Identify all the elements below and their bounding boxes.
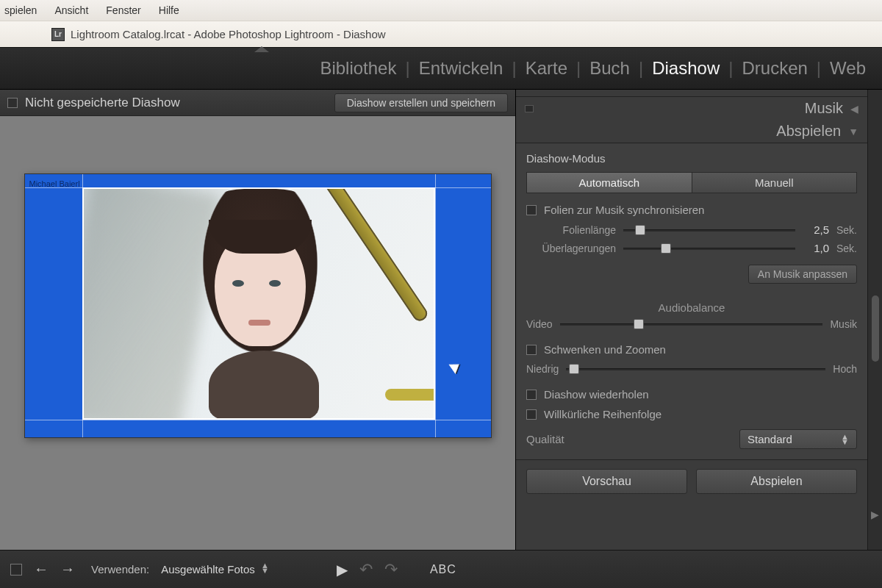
module-tab-slideshow[interactable]: Diashow bbox=[643, 58, 728, 79]
crossfade-unit: Sek. bbox=[836, 243, 857, 254]
module-tab-book[interactable]: Buch bbox=[581, 58, 639, 79]
text-overlay-button[interactable]: ABC bbox=[430, 563, 456, 576]
audiobalance-title: Audiobalance bbox=[526, 301, 857, 314]
create-save-button[interactable]: Diashow erstellen und speichern bbox=[334, 93, 508, 112]
repeat-checkbox[interactable] bbox=[526, 390, 537, 400]
app-icon: Lr bbox=[51, 28, 65, 41]
rotate-cw-icon[interactable]: ↷ bbox=[384, 560, 398, 579]
chevron-down-icon: ▼ bbox=[848, 126, 858, 137]
slide-preview[interactable]: Michael Baierl bbox=[24, 173, 492, 438]
use-collection-checkbox[interactable] bbox=[7, 98, 18, 108]
prev-slide-button[interactable]: ← bbox=[34, 561, 49, 578]
right-scrollbar[interactable]: ▶ bbox=[867, 90, 882, 550]
slide-photo bbox=[82, 187, 435, 420]
next-slide-button[interactable]: → bbox=[60, 561, 75, 578]
os-menu-item[interactable]: Ansicht bbox=[54, 4, 88, 16]
center-header: Nicht gespeicherte Diashow Diashow erste… bbox=[0, 90, 515, 116]
balance-right-label: Musik bbox=[830, 318, 857, 330]
panel-header-music[interactable]: Musik ◀ bbox=[516, 97, 867, 120]
slide-length-value[interactable]: 2,5 bbox=[803, 223, 829, 236]
repeat-label: Diashow wiederholen bbox=[544, 388, 649, 401]
quality-label: Qualität bbox=[526, 433, 564, 445]
panel-title-music: Musik bbox=[805, 100, 843, 117]
slideshow-title: Nicht gespeicherte Diashow bbox=[25, 96, 327, 110]
slide-length-label: Folienlänge bbox=[526, 224, 616, 236]
cursor-icon bbox=[448, 359, 462, 374]
module-tab-web[interactable]: Web bbox=[821, 58, 875, 79]
chevron-left-icon: ◀ bbox=[850, 103, 858, 115]
os-menu-item[interactable]: Fenster bbox=[106, 4, 140, 16]
guide-bottom[interactable] bbox=[25, 420, 491, 420]
panel-toggle-icon[interactable] bbox=[525, 105, 534, 112]
sync-to-music-label: Folien zur Musik synchronisieren bbox=[544, 204, 704, 216]
stop-button[interactable] bbox=[10, 564, 22, 576]
preview-button[interactable]: Vorschau bbox=[526, 469, 687, 494]
quality-value: Standard bbox=[747, 433, 792, 445]
module-tab-map[interactable]: Karte bbox=[517, 58, 576, 79]
balance-left-label: Video bbox=[526, 318, 553, 330]
audiobalance-slider[interactable] bbox=[560, 319, 823, 329]
guide-right[interactable] bbox=[435, 174, 436, 437]
bottom-toolbar: ← → Verwenden: Ausgewählte Fotos ▲▼ ▶ ↶ … bbox=[0, 550, 882, 588]
rotate-ccw-icon[interactable]: ↶ bbox=[359, 560, 373, 579]
module-tab-develop[interactable]: Entwickeln bbox=[410, 58, 512, 79]
panzoom-high-label: Hoch bbox=[833, 363, 857, 375]
use-label: Verwenden: bbox=[91, 563, 149, 576]
play-button[interactable]: Abspielen bbox=[696, 469, 857, 494]
sync-to-music-checkbox[interactable] bbox=[526, 205, 537, 215]
window-title: Lightroom Catalog.lrcat - Adobe Photosho… bbox=[71, 28, 386, 40]
reveal-panel-icon[interactable] bbox=[254, 46, 269, 52]
module-tab-print[interactable]: Drucken bbox=[733, 58, 816, 79]
random-order-label: Willkürliche Reihenfolge bbox=[544, 408, 662, 420]
slide-length-slider[interactable] bbox=[623, 225, 795, 235]
crossfade-slider[interactable] bbox=[623, 243, 795, 254]
crossfade-label: Überlagerungen bbox=[526, 243, 616, 254]
slide-stage[interactable]: Michael Baierl bbox=[0, 116, 515, 550]
quality-select[interactable]: Standard ▲▼ bbox=[739, 429, 857, 449]
section-title-mode: Diashow-Modus bbox=[526, 152, 857, 165]
pan-zoom-label: Schwenken und Zoomen bbox=[544, 343, 666, 356]
random-order-checkbox[interactable] bbox=[526, 409, 537, 420]
mode-segmented: Automatisch Manuell bbox=[526, 172, 857, 193]
slide-length-unit: Sek. bbox=[836, 224, 857, 236]
os-menu-item[interactable]: Hilfe bbox=[159, 4, 179, 16]
scrollbar-thumb[interactable] bbox=[872, 295, 879, 362]
os-menu-item[interactable]: spielen bbox=[4, 4, 37, 16]
panel-title-playback: Abspielen bbox=[776, 123, 841, 140]
pan-zoom-checkbox[interactable] bbox=[526, 345, 537, 355]
collapse-right-icon[interactable]: ▶ bbox=[871, 509, 879, 520]
module-picker: Bibliothek| Entwickeln| Karte| Buch| Dia… bbox=[0, 47, 882, 90]
panzoom-slider[interactable] bbox=[566, 364, 825, 374]
os-menu-bar: spielen Ansicht Fenster Hilfe bbox=[0, 0, 882, 21]
stepper-icon: ▲▼ bbox=[261, 563, 269, 573]
preview-play-button[interactable]: ▶ bbox=[337, 561, 348, 578]
center-column: Nicht gespeicherte Diashow Diashow erste… bbox=[0, 90, 516, 550]
mode-manual-button[interactable]: Manuell bbox=[692, 172, 858, 193]
mode-auto-button[interactable]: Automatisch bbox=[526, 172, 692, 193]
stepper-icon: ▲▼ bbox=[841, 434, 849, 445]
module-tab-library[interactable]: Bibliothek bbox=[311, 58, 405, 79]
window-title-bar: Lr Lightroom Catalog.lrcat - Adobe Photo… bbox=[0, 21, 882, 47]
panzoom-low-label: Niedrig bbox=[526, 363, 559, 375]
use-select[interactable]: Ausgewählte Fotos ▲▼ bbox=[161, 563, 269, 576]
fit-to-music-button[interactable]: An Musik anpassen bbox=[748, 265, 857, 284]
panel-header-playback[interactable]: Abspielen ▼ bbox=[516, 120, 867, 143]
crossfade-value[interactable]: 1,0 bbox=[803, 242, 829, 254]
panel-playback: Diashow-Modus Automatisch Manuell Folien… bbox=[516, 143, 867, 460]
right-panel-group: Musik ◀ Abspielen ▼ Diashow-Modus Automa… bbox=[516, 90, 882, 550]
